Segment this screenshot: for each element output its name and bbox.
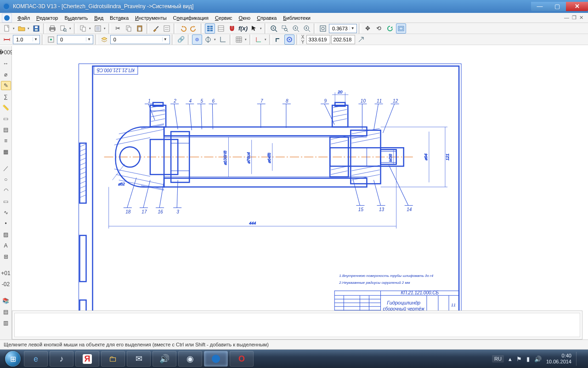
- cut-button[interactable]: ✂: [113, 23, 123, 34]
- mdi-close-button[interactable]: ✕: [579, 15, 583, 21]
- menu-file[interactable]: ФФайлайл: [15, 14, 33, 22]
- ortho-button[interactable]: [273, 34, 283, 45]
- open-button[interactable]: ▾: [17, 23, 27, 34]
- coord-x-field[interactable]: 333.619: [306, 35, 330, 44]
- lib3-tool[interactable]: ▥: [1, 318, 11, 328]
- tray-up-icon[interactable]: ▴: [509, 356, 512, 362]
- edit-tool[interactable]: ✎: [1, 81, 11, 90]
- properties-panel-button[interactable]: [162, 23, 172, 34]
- menu-view[interactable]: Вид: [91, 14, 106, 22]
- volume-icon[interactable]: 🔊: [534, 356, 542, 362]
- dimension-tool[interactable]: ↔: [1, 59, 11, 68]
- menu-help[interactable]: Справка: [254, 14, 279, 22]
- magnet-button[interactable]: [227, 23, 237, 34]
- spec-button[interactable]: [216, 23, 226, 34]
- menu-spec[interactable]: Спецификация: [170, 14, 211, 22]
- cursor-button[interactable]: ▾: [249, 23, 259, 34]
- show-all-button[interactable]: [396, 23, 406, 34]
- line-tool[interactable]: ／: [1, 164, 11, 173]
- taskbar-kompas[interactable]: [204, 351, 228, 367]
- grid-button[interactable]: ▾: [234, 34, 244, 45]
- spec-manager-button[interactable]: [205, 23, 215, 34]
- ortho-coords-button[interactable]: [218, 34, 228, 45]
- symbol-tool[interactable]: ⌀: [1, 70, 11, 79]
- zoom-in-button[interactable]: [269, 23, 279, 34]
- links-button[interactable]: 🔗: [176, 34, 186, 45]
- taskbar-media[interactable]: 🔊: [153, 351, 176, 367]
- param-tool[interactable]: ∑: [1, 92, 11, 101]
- window-maximize-button[interactable]: ▢: [548, 2, 566, 11]
- format-painter-button[interactable]: [151, 23, 161, 34]
- copy-button[interactable]: [124, 23, 134, 34]
- ole-button[interactable]: ▾: [78, 23, 88, 34]
- taskbar-opera[interactable]: O: [230, 351, 254, 367]
- window-minimize-button[interactable]: —: [531, 2, 548, 11]
- step-combo[interactable]: 1.0▼: [13, 35, 40, 44]
- round-button[interactable]: [284, 34, 294, 45]
- flag-icon[interactable]: ⚑: [516, 356, 522, 362]
- variables-button[interactable]: f(x): [238, 23, 248, 34]
- coord-y-field[interactable]: 202.518: [331, 35, 355, 44]
- measure-tool[interactable]: 📏: [1, 103, 11, 112]
- taskbar-chrome[interactable]: ◉: [178, 351, 202, 367]
- zoom-prev-button[interactable]: [291, 23, 301, 34]
- geometry-tool[interactable]: �009: [1, 48, 11, 57]
- show-desktop-button[interactable]: [576, 352, 581, 366]
- taskbar-music[interactable]: ♪: [50, 351, 74, 367]
- clock[interactable]: 0:40 10.06.2014: [546, 353, 571, 365]
- save-button[interactable]: [31, 23, 41, 34]
- spec-tool[interactable]: ▤: [1, 125, 11, 134]
- pan-button[interactable]: ✥: [363, 23, 373, 34]
- menu-edit[interactable]: Редактор: [34, 14, 61, 22]
- window-close-button[interactable]: ✕: [566, 2, 588, 11]
- new-button[interactable]: ▾: [2, 23, 12, 34]
- menu-insert[interactable]: Вставка: [107, 14, 131, 22]
- taskbar-ie[interactable]: ｅ: [24, 351, 48, 367]
- select-tool[interactable]: ▭: [1, 114, 11, 123]
- properties-button[interactable]: ▾: [93, 23, 103, 34]
- print-preview-button[interactable]: ▾: [58, 23, 68, 34]
- zoom-window-button[interactable]: [280, 23, 290, 34]
- rotate-button[interactable]: ⟲: [374, 23, 384, 34]
- step-button[interactable]: [2, 34, 12, 45]
- aux1-tool[interactable]: +01: [1, 269, 11, 278]
- taskbar-mail[interactable]: ✉: [127, 351, 151, 367]
- mdi-minimize-button[interactable]: —: [564, 15, 569, 21]
- paste-button[interactable]: [135, 23, 145, 34]
- zoom-combo[interactable]: 0.3673▼: [329, 24, 357, 33]
- point-tool[interactable]: •: [1, 219, 11, 228]
- coord-mode-button[interactable]: [356, 34, 366, 45]
- menu-tools[interactable]: Инструменты: [132, 14, 170, 22]
- aux2-tool[interactable]: -02: [1, 280, 11, 289]
- redo-button[interactable]: [189, 23, 199, 34]
- table-tool[interactable]: ⊞: [1, 252, 11, 261]
- language-indicator[interactable]: RU: [492, 355, 504, 362]
- taskbar-explorer[interactable]: 🗀: [101, 351, 125, 367]
- views-tool[interactable]: ▦: [1, 147, 11, 156]
- lib2-tool[interactable]: ▤: [1, 307, 11, 316]
- zoom-fit-button[interactable]: [318, 23, 328, 34]
- menu-libs[interactable]: Библиотеки: [280, 14, 313, 22]
- rect-tool[interactable]: ▭: [1, 197, 11, 206]
- lib1-tool[interactable]: 📚: [1, 296, 11, 305]
- arc-tool[interactable]: ◠: [1, 186, 11, 195]
- mdi-restore-button[interactable]: ❐: [572, 15, 577, 21]
- circle-tool[interactable]: ○: [1, 175, 11, 184]
- menu-select[interactable]: Выделить: [62, 14, 90, 22]
- layer-manager-button[interactable]: [99, 34, 109, 45]
- drawing-canvas[interactable]: КП.21.121.000.СБ: [12, 46, 588, 339]
- start-button[interactable]: [4, 350, 22, 368]
- redraw-button[interactable]: [385, 23, 395, 34]
- menu-window[interactable]: Окно: [236, 14, 254, 22]
- text-tool[interactable]: A: [1, 241, 11, 250]
- network-icon[interactable]: ▮: [526, 356, 530, 362]
- view-state-button[interactable]: [46, 34, 56, 45]
- menu-service[interactable]: Сервис: [212, 14, 235, 22]
- taskbar-yandex[interactable]: Я: [75, 351, 99, 367]
- lcs-button[interactable]: ▾: [254, 34, 264, 45]
- zoom-next-button[interactable]: [302, 23, 312, 34]
- undo-button[interactable]: [178, 23, 188, 34]
- app-menu-button[interactable]: [2, 13, 12, 23]
- report-tool[interactable]: ≡: [1, 136, 11, 145]
- snap-options-button[interactable]: <部="M1 8h14" stroke="#356"/>▾: [203, 34, 213, 45]
